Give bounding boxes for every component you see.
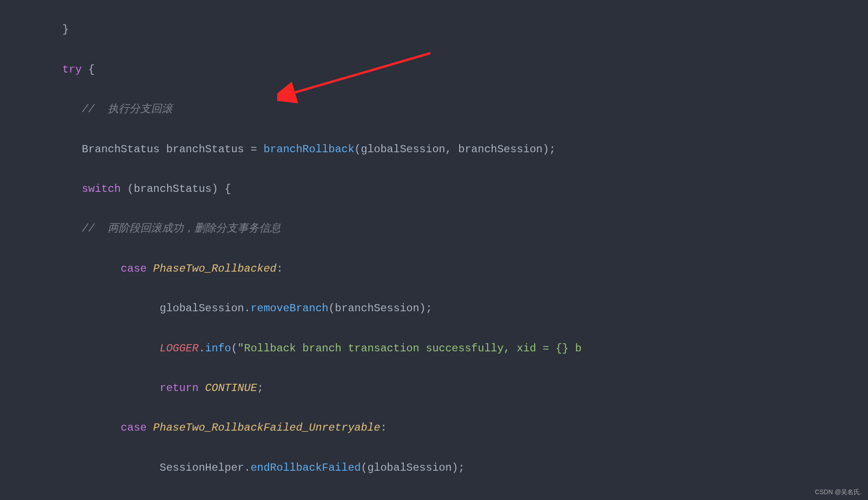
code-line: case PhaseTwo_Rollbacked: <box>43 259 868 279</box>
code-line: SessionHelper.endRollbackFailed(globalSe… <box>43 458 868 478</box>
code-line: } <box>43 20 868 40</box>
code-editor-view[interactable]: } try { // 执行分支回滚 BranchStatus branchSta… <box>0 0 868 500</box>
watermark-text: CSDN @吴名氏. <box>815 486 862 498</box>
code-line: LOGGER.info("Rollback branch transaction… <box>43 339 868 359</box>
code-line: // 执行分支回滚 <box>43 100 868 119</box>
code-line: // 两阶段回滚成功，删除分支事务信息 <box>43 219 868 239</box>
code-line: switch (branchStatus) { <box>43 179 868 199</box>
code-line: BranchStatus branchStatus = branchRollba… <box>43 140 868 159</box>
code-line: case PhaseTwo_RollbackFailed_Unretryable… <box>43 418 868 438</box>
code-line: return CONTINUE; <box>43 378 868 398</box>
code-line: try { <box>43 60 868 80</box>
code-line: LOGGER.info("Rollback branch transaction… <box>43 498 868 500</box>
code-line: globalSession.removeBranch(branchSession… <box>43 299 868 318</box>
